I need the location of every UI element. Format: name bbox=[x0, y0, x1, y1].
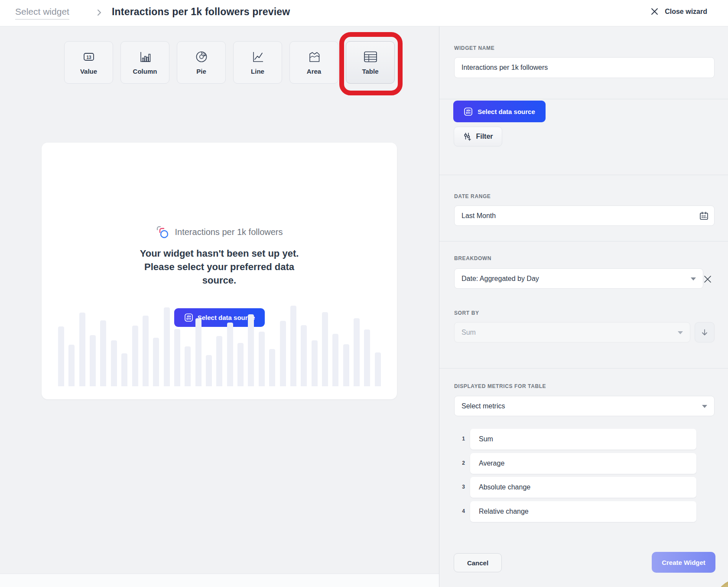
sort-by-select[interactable]: Sum bbox=[454, 322, 690, 342]
metric-label: Absolute change bbox=[479, 483, 530, 491]
metric-row-relative-change[interactable]: Relative change bbox=[470, 501, 696, 522]
decorative-bar bbox=[195, 318, 202, 386]
canvas-footer-strip bbox=[0, 574, 439, 587]
metric-row-average[interactable]: Average bbox=[470, 453, 696, 474]
widget-type-table[interactable]: Table bbox=[346, 41, 395, 84]
decorative-bar bbox=[322, 312, 328, 386]
date-range-field[interactable]: Last Month bbox=[454, 205, 715, 226]
widget-wizard: Select widget Interactions per 1k follow… bbox=[0, 0, 728, 587]
widget-type-line[interactable]: Line bbox=[233, 41, 282, 84]
preview-widget-title: Interactions per 1k followers bbox=[175, 227, 283, 237]
widget-name-input[interactable] bbox=[454, 57, 715, 78]
breakdown-label: BREAKDOWN bbox=[454, 255, 491, 261]
metric-order-number: 2 bbox=[454, 460, 465, 466]
decorative-bar bbox=[79, 313, 85, 386]
displayed-metrics-label: DISPLAYED METRICS FOR TABLE bbox=[454, 383, 546, 389]
decorative-bar bbox=[375, 352, 381, 386]
close-wizard-button[interactable]: Close wizard bbox=[650, 7, 707, 16]
widget-type-label: Column bbox=[133, 68, 157, 75]
decorative-bar bbox=[153, 338, 159, 386]
widget-type-column[interactable]: Column bbox=[120, 41, 169, 84]
decorative-bar bbox=[280, 321, 286, 386]
breadcrumb-select-widget[interactable]: Select widget bbox=[15, 7, 69, 20]
sidebar-select-data-source-button[interactable]: Select data source bbox=[453, 101, 546, 122]
breakdown-value: Date: Aggregated by Day bbox=[462, 275, 539, 283]
widget-type-label: Line bbox=[251, 68, 264, 75]
page-title: Interactions per 1k followers preview bbox=[112, 6, 290, 18]
decorative-bar bbox=[237, 343, 244, 386]
decorative-bar bbox=[90, 335, 96, 386]
svg-text:13: 13 bbox=[86, 55, 91, 60]
column-chart-icon bbox=[139, 50, 152, 64]
data-source-icon bbox=[464, 107, 473, 116]
select-metrics-dropdown[interactable]: Select metrics bbox=[454, 396, 715, 416]
widget-name-label: WIDGET NAME bbox=[454, 45, 494, 51]
widget-type-label: Pie bbox=[196, 68, 206, 75]
filter-button[interactable]: Filter bbox=[454, 127, 502, 147]
cancel-button[interactable]: Cancel bbox=[454, 553, 502, 572]
date-range-label: DATE RANGE bbox=[454, 193, 491, 199]
date-range-value: Last Month bbox=[462, 212, 496, 220]
metric-row-absolute-change[interactable]: Absolute change bbox=[470, 477, 696, 498]
empty-state-message: Your widget hasn't been set up yet. Plea… bbox=[42, 247, 397, 287]
widget-type-label: Value bbox=[80, 68, 97, 75]
decorative-bar bbox=[206, 355, 212, 386]
top-bar: Select widget Interactions per 1k follow… bbox=[0, 0, 728, 26]
area-chart-icon bbox=[308, 50, 321, 64]
widget-type-label: Area bbox=[307, 68, 321, 75]
decorative-bar bbox=[301, 325, 307, 386]
arrow-down-icon bbox=[700, 328, 709, 337]
pie-chart-icon bbox=[195, 50, 208, 64]
close-wizard-label: Close wizard bbox=[665, 8, 707, 16]
section-divider bbox=[439, 99, 728, 99]
widget-type-pie[interactable]: Pie bbox=[177, 41, 226, 84]
decorative-bar bbox=[111, 340, 117, 386]
chevron-down-icon bbox=[702, 405, 707, 408]
decorative-bar bbox=[364, 329, 370, 386]
metric-order-number: 1 bbox=[454, 436, 465, 442]
widget-type-value[interactable]: 13 Value bbox=[64, 41, 113, 84]
value-icon: 13 bbox=[82, 50, 96, 64]
create-widget-button[interactable]: Create Widget bbox=[652, 552, 715, 573]
sort-direction-button[interactable] bbox=[695, 322, 715, 342]
decorative-bar bbox=[68, 345, 75, 386]
widget-logo-icon bbox=[156, 225, 169, 239]
metric-order-number: 4 bbox=[454, 508, 465, 514]
select-metrics-placeholder: Select metrics bbox=[462, 402, 505, 410]
decorative-bar bbox=[164, 307, 170, 386]
decorative-bar bbox=[174, 329, 180, 386]
section-divider bbox=[439, 175, 728, 175]
metric-label: Relative change bbox=[479, 508, 529, 515]
sidebar-select-data-source-label: Select data source bbox=[478, 108, 535, 115]
widget-type-label: Table bbox=[362, 68, 378, 75]
decorative-bar bbox=[269, 349, 275, 386]
table-icon bbox=[364, 50, 377, 64]
breadcrumb-chevron-icon bbox=[96, 8, 102, 17]
line-chart-icon bbox=[251, 50, 264, 64]
decorative-bar bbox=[100, 320, 106, 386]
decorative-bar bbox=[248, 314, 254, 386]
breakdown-select[interactable]: Date: Aggregated by Day bbox=[454, 268, 703, 289]
section-divider bbox=[439, 241, 728, 241]
metric-order-number: 3 bbox=[454, 484, 465, 490]
decorative-bar bbox=[290, 306, 296, 386]
decorative-bar bbox=[121, 353, 127, 386]
decorative-bar bbox=[132, 326, 138, 386]
decorative-bar bbox=[227, 323, 233, 386]
decorative-bar bbox=[332, 334, 338, 386]
widget-preview-card: Interactions per 1k followers Your widge… bbox=[42, 143, 397, 399]
decorative-bar bbox=[312, 340, 318, 386]
decorative-bar bbox=[343, 344, 349, 386]
filter-icon bbox=[463, 132, 472, 141]
settings-sidebar: WIDGET NAME Select data source Filter DA… bbox=[439, 26, 728, 587]
calendar-icon[interactable] bbox=[699, 211, 709, 221]
decorative-bar bbox=[216, 336, 222, 386]
widget-type-area[interactable]: Area bbox=[289, 41, 338, 84]
breakdown-clear-icon[interactable] bbox=[703, 274, 714, 284]
section-divider bbox=[439, 368, 728, 369]
metric-row-sum[interactable]: Sum bbox=[470, 429, 696, 450]
chevron-down-icon bbox=[691, 277, 696, 280]
sort-by-label: SORT BY bbox=[454, 310, 479, 316]
decorative-bar bbox=[185, 346, 191, 386]
filter-label: Filter bbox=[476, 133, 493, 140]
